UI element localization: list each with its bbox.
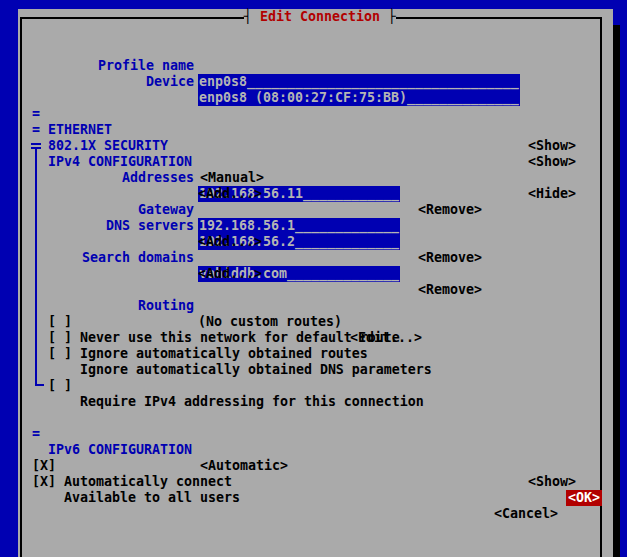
dns-servers-add-row: <Add...> — [0, 218, 627, 234]
checkbox-ignore-auto-routes[interactable]: [ ] Ignore automatically obtained routes — [0, 314, 627, 330]
cancel-button[interactable]: <Cancel> — [494, 506, 558, 522]
terminal-screen: ┤ Edit Connection ├ Profile name enp0s8_… — [0, 0, 627, 557]
checkbox-never-default-route[interactable]: [ ] Never use this network for default r… — [0, 298, 627, 314]
checkbox-box: [ ] — [48, 346, 72, 362]
ethernet-section-title: ETHERNET — [48, 122, 112, 138]
device-row: Device enp0s8 (08:00:27:CF:75:BB)_______… — [0, 58, 627, 74]
ok-button[interactable]: <OK> — [566, 490, 602, 506]
checkbox-ignore-auto-dns[interactable]: [ ] Ignore automatically obtained DNS pa… — [0, 330, 627, 346]
addresses-row: Addresses 192.168.56.11____________ <Rem… — [0, 154, 627, 170]
routing-row: Routing (No custom routes) <Edit...> — [0, 282, 627, 298]
checkbox-label: Require IPv4 addressing for this connect… — [80, 394, 424, 410]
title-border-cap-right: ├ — [380, 9, 396, 24]
section-ethernet: = ETHERNET <Show> — [0, 90, 627, 106]
search-domains-add-button[interactable]: <Add...> — [198, 266, 262, 282]
profile-name-row: Profile name enp0s8_____________________… — [0, 42, 627, 58]
section-ipv4: IPv4 CONFIGURATION <Manual> <Hide> — [0, 138, 627, 154]
dialog-title-bar: ┤ Edit Connection ├ — [244, 9, 396, 25]
dns-servers-row: DNS servers 192.168.56.2_____________ <R… — [0, 202, 627, 218]
profile-name-input[interactable]: enp0s8__________________________________ — [198, 74, 520, 90]
checkbox-label: Ignore automatically obtained routes — [80, 346, 368, 362]
checkbox-box: [ ] — [48, 378, 72, 394]
device-label: Device — [18, 74, 194, 90]
addresses-add-row: <Add...> — [0, 170, 627, 186]
ipv4-section-tree-corner — [35, 384, 44, 386]
checkbox-require-ipv4[interactable]: [ ] Require IPv4 addressing for this con… — [0, 362, 627, 378]
section-ipv6: = IPv6 CONFIGURATION <Automatic> <Show> — [0, 410, 627, 426]
checkbox-automatically-connect[interactable]: [X] Automatically connect — [0, 442, 627, 458]
dialog-title: Edit Connection — [260, 9, 380, 24]
8021x-collapsed-marker: = — [32, 122, 40, 138]
checkbox-available-to-all-users[interactable]: [X] Available to all users — [0, 458, 627, 474]
search-domains-add-row: <Add...> — [0, 250, 627, 266]
ipv6-show-button[interactable]: <Show> — [528, 474, 576, 490]
section-8021x-security: = 802.1X SECURITY <Show> — [0, 106, 627, 122]
title-border-cap-left: ┤ — [244, 9, 260, 24]
ipv6-collapsed-marker: = — [32, 426, 40, 442]
checkbox-label: Automatically connect — [64, 474, 232, 490]
checkbox-box: [X] — [32, 474, 56, 490]
search-domains-row: Search domains vahiddb.com______________… — [0, 234, 627, 250]
dialog-button-row: <Cancel> — [0, 490, 627, 506]
gateway-row: Gateway 192.168.56.1_____________ — [0, 186, 627, 202]
